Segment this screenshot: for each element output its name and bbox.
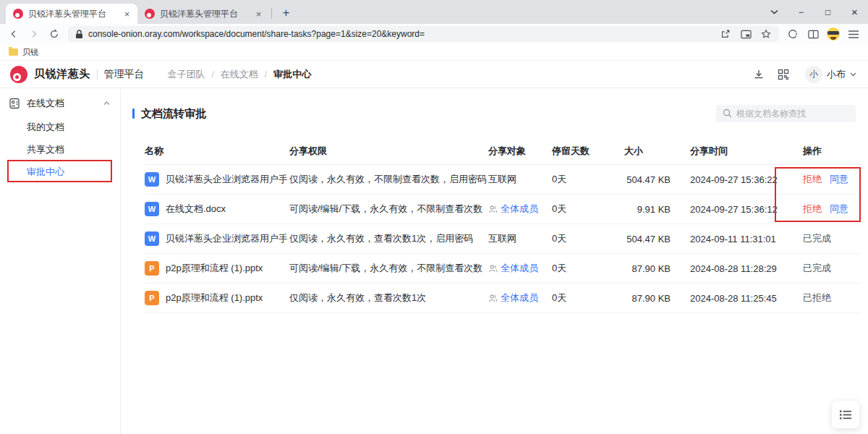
file-name: 贝锐洋葱头企业浏览器用户手... <box>166 232 287 245</box>
table-row: W 贝锐洋葱头企业浏览器用户手... 仅阅读，永久有效，不限制查看次数，启用密码… <box>145 165 861 195</box>
column-header-permission: 分享权限 <box>289 145 488 158</box>
file-size: 9.91 KB <box>624 204 678 215</box>
file-type-icon: W <box>145 231 159 246</box>
sidebar-item-shared-docs[interactable]: 共享文档 <box>0 138 120 161</box>
breadcrumb: 盒子团队 / 在线文档 / 审批中心 <box>168 68 312 81</box>
table-body: W 贝锐洋葱头企业浏览器用户手... 仅阅读，永久有效，不限制查看次数，启用密码… <box>145 165 861 313</box>
bookmark-folder[interactable]: 贝锐 <box>22 47 38 58</box>
search-box <box>716 105 856 122</box>
app-header: 贝锐洋葱头 管理平台 盒子团队 / 在线文档 / 审批中心 小 小布 <box>0 61 868 88</box>
avatar-emoji <box>827 27 840 41</box>
sidebar-item-my-docs[interactable]: 我的文档 <box>0 116 120 138</box>
forward-icon[interactable] <box>25 25 43 43</box>
browser-tab-strip: 贝锐洋葱头管理平台 × 贝锐洋葱头管理平台 × + − □ × <box>0 0 868 24</box>
members-icon <box>488 205 498 214</box>
minimize-button[interactable]: − <box>788 0 814 24</box>
table-header-row: 名称 分享权限 分享对象 停留天数 大小 分享时间 操作 <box>145 137 861 165</box>
column-header-time: 分享时间 <box>678 145 788 158</box>
table-row: W 贝锐洋葱头企业浏览器用户手... 仅阅读，永久有效，查看次数1次，启用密码 … <box>145 224 861 254</box>
sidebar-item-approval-center[interactable]: 审批中心 <box>0 161 120 183</box>
share-target: 互联网 <box>488 173 552 186</box>
chevron-up-icon <box>103 101 110 106</box>
breadcrumb-approval-center[interactable]: 审批中心 <box>273 68 311 81</box>
approve-link[interactable]: 同意 <box>830 203 848 216</box>
file-name: 贝锐洋葱头企业浏览器用户手... <box>166 173 287 186</box>
page-title: 文档流转审批 <box>141 107 206 121</box>
breadcrumb-documents[interactable]: 在线文档 <box>221 68 258 81</box>
browser-tab-1[interactable]: 贝锐洋葱头管理平台 × <box>6 4 137 24</box>
file-size: 87.90 KB <box>624 263 678 274</box>
sidebar-section-online-docs[interactable]: 在线文档 <box>0 91 120 116</box>
header-actions: 小 小布 <box>749 64 856 85</box>
app-body: 在线文档 我的文档 共享文档 审批中心 文档流转审批 名称 分享权限 分享对象 <box>0 88 868 434</box>
new-tab-button[interactable]: + <box>277 4 295 22</box>
window-controls: − □ × <box>761 0 868 24</box>
column-header-size: 大小 <box>624 145 678 158</box>
split-screen-icon[interactable] <box>804 26 822 42</box>
maximize-button[interactable]: □ <box>814 0 841 24</box>
browser-tab-2[interactable]: 贝锐洋葱头管理平台 × <box>137 4 269 24</box>
share-time: 2024-09-11 11:31:01 <box>678 234 788 244</box>
address-bar[interactable]: console-onion.oray.com/workspace/documen… <box>68 26 779 42</box>
floating-list-button[interactable] <box>832 401 859 428</box>
approval-table: 名称 分享权限 分享对象 停留天数 大小 分享时间 操作 W 贝锐洋葱头企业浏览… <box>145 137 861 313</box>
user-avatar: 小 <box>805 66 822 83</box>
column-header-target: 分享对象 <box>488 145 552 158</box>
row-actions: 拒绝同意 <box>788 173 861 186</box>
share-time: 2024-08-28 11:25:45 <box>678 293 788 304</box>
qr-code-icon[interactable] <box>773 64 793 85</box>
share-target-label: 互联网 <box>488 232 516 245</box>
share-permission: 可阅读/编辑/下载，永久有效，不限制查看次数 <box>289 262 488 275</box>
table-row: P p2p原理和流程 (1).pptx 可阅读/编辑/下载，永久有效，不限制查看… <box>145 254 861 284</box>
share-target-label: 全体成员 <box>501 203 538 216</box>
bookmark-folder-icon <box>9 48 18 56</box>
collections-icon[interactable] <box>784 26 801 42</box>
stay-days: 0天 <box>552 173 624 186</box>
column-header-name: 名称 <box>145 145 289 158</box>
ordered-list-icon <box>840 410 851 420</box>
share-target-label: 全体成员 <box>501 292 538 305</box>
reject-link[interactable]: 拒绝 <box>803 173 822 186</box>
share-target: 互联网 <box>488 232 552 245</box>
browser-toolbar: console-onion.oray.com/workspace/documen… <box>0 24 868 44</box>
back-icon[interactable] <box>4 25 22 43</box>
close-button[interactable]: × <box>841 0 868 24</box>
tab-title: 贝锐洋葱头管理平台 <box>28 8 116 20</box>
share-icon[interactable] <box>717 26 734 42</box>
members-icon <box>488 264 498 273</box>
browser-options-chevron-icon[interactable] <box>761 0 788 24</box>
user-menu[interactable]: 小 小布 <box>805 66 856 83</box>
url-text: console-onion.oray.com/workspace/documen… <box>88 29 712 39</box>
share-time: 2024-09-27 15:36:22 <box>678 174 788 185</box>
reject-link[interactable]: 拒绝 <box>803 203 822 216</box>
download-icon[interactable] <box>749 64 769 85</box>
tab-separator <box>271 8 272 19</box>
breadcrumb-team[interactable]: 盒子团队 <box>168 68 205 81</box>
lock-icon <box>75 30 83 39</box>
breadcrumb-separator: / <box>212 69 214 80</box>
favorites-star-icon[interactable] <box>757 26 775 42</box>
share-time: 2024-09-27 15:36:12 <box>678 204 788 215</box>
title-accent-bar <box>132 109 135 119</box>
search-input[interactable] <box>716 105 856 122</box>
share-permission: 可阅读/编辑/下载，永久有效，不限制查看次数 <box>289 203 488 216</box>
browser-menu-icon[interactable] <box>845 26 862 42</box>
stay-days: 0天 <box>552 232 624 245</box>
profile-avatar[interactable] <box>825 26 842 42</box>
members-icon <box>488 294 498 303</box>
refresh-icon[interactable] <box>45 25 63 43</box>
share-permission: 仅阅读，永久有效，查看次数1次，启用密码 <box>289 232 488 245</box>
tab-close-icon[interactable]: × <box>121 8 133 20</box>
site-favicon <box>13 9 23 19</box>
status-text: 已拒绝 <box>803 292 831 305</box>
toolbar-right <box>784 26 862 42</box>
file-type-icon: W <box>145 202 159 216</box>
share-time: 2024-08-28 11:28:29 <box>678 263 788 274</box>
picture-in-picture-icon[interactable] <box>737 26 754 42</box>
approve-link[interactable]: 同意 <box>830 173 848 186</box>
share-target-label: 互联网 <box>488 173 516 186</box>
share-target: 全体成员 <box>488 262 552 275</box>
file-type-icon: P <box>145 261 159 276</box>
file-size: 504.47 KB <box>624 174 678 185</box>
tab-close-icon[interactable]: × <box>252 8 265 20</box>
